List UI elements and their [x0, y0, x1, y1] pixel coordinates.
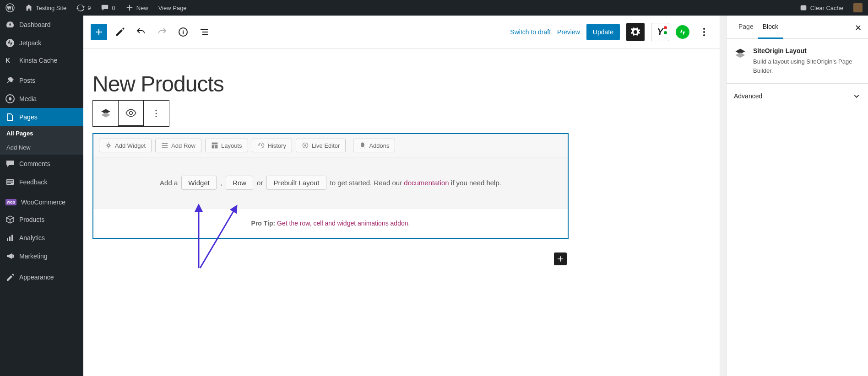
wp-logo[interactable] [4, 3, 16, 12]
outline-button[interactable] [196, 24, 212, 40]
page-builder-panel: Add Widget Add Row Layouts [92, 133, 569, 239]
plus-icon [93, 27, 104, 38]
jetpack-icon [678, 28, 687, 36]
add-widget-button[interactable]: Add Widget [99, 139, 152, 152]
comments-count: 0 [112, 5, 115, 11]
tab-block[interactable]: Block [758, 16, 783, 39]
update-button[interactable]: Update [586, 24, 620, 40]
page-title[interactable]: New Products [92, 71, 569, 97]
menu-media[interactable]: Media [0, 90, 83, 108]
settings-sidebar: Page Block ✕ SiteOrigin Layout Build a l… [726, 16, 868, 376]
submenu-all-pages[interactable]: All Pages [0, 126, 83, 140]
switch-draft-button[interactable]: Switch to draft [510, 28, 551, 36]
menu-comments[interactable]: Comments [0, 155, 83, 173]
new-content-link[interactable]: New [124, 4, 150, 12]
jetpack-button[interactable] [676, 25, 689, 39]
edit-mode-button[interactable] [112, 24, 128, 40]
menu-analytics[interactable]: Analytics [0, 229, 83, 247]
addons-button[interactable]: Addons [353, 139, 395, 152]
settings-tabs: Page Block ✕ [727, 16, 868, 39]
preview-mode-button[interactable] [118, 100, 144, 126]
scrollbar[interactable] [720, 16, 726, 376]
admin-bar: Testing Site 9 0 New View Page Clear Cac… [0, 0, 868, 16]
preview-button[interactable]: Preview [557, 28, 580, 36]
history-icon [258, 142, 265, 149]
tab-page[interactable]: Page [734, 16, 758, 38]
menu-products[interactable]: Products [0, 210, 83, 229]
avatar [853, 3, 863, 12]
history-button[interactable]: History [252, 139, 292, 152]
refresh-icon [76, 4, 85, 12]
menu-feedback[interactable]: Feedback [0, 173, 83, 191]
svg-rect-5 [7, 238, 8, 241]
dashboard-icon [5, 20, 15, 29]
svg-rect-22 [215, 145, 218, 148]
page-builder-toolbar: Add Widget Add Row Layouts [93, 134, 568, 157]
new-label: New [136, 5, 148, 11]
info-icon [178, 27, 189, 38]
view-page-link[interactable]: View Page [157, 5, 189, 11]
yoast-button[interactable]: Y [651, 23, 669, 41]
svg-point-15 [156, 116, 157, 117]
layouts-button[interactable]: Layouts [205, 139, 248, 152]
add-block-inline-button[interactable] [554, 252, 567, 265]
menu-jetpack[interactable]: Jetpack [0, 34, 83, 52]
eye-icon [125, 107, 137, 119]
documentation-link[interactable]: documentation [404, 179, 449, 187]
user-menu[interactable] [852, 3, 864, 12]
menu-dashboard[interactable]: Dashboard [0, 16, 83, 34]
pro-tip-link[interactable]: Get the row, cell and widget animations … [277, 220, 410, 227]
jetpack-icon [5, 38, 15, 48]
admin-menu: Dashboard Jetpack K Kinsta Cache Posts M… [0, 16, 83, 376]
clear-cache-link[interactable]: Clear Cache [797, 4, 845, 12]
add-block-button[interactable] [91, 24, 107, 40]
more-menu-button[interactable] [696, 24, 712, 40]
close-settings-button[interactable]: ✕ [855, 23, 862, 33]
editor-header: Switch to draft Preview Update Y [83, 16, 720, 48]
svg-point-16 [108, 145, 110, 147]
comments-link[interactable]: 0 [99, 4, 117, 12]
add-row-button[interactable]: Add Row [155, 139, 201, 152]
admin-bar-right: Clear Cache [797, 3, 864, 12]
submenu-add-new[interactable]: Add New [0, 140, 83, 155]
menu-posts[interactable]: Posts [0, 71, 83, 90]
updates-count: 9 [87, 5, 91, 11]
block-type-button[interactable] [93, 101, 119, 126]
kinsta-icon: K [5, 57, 15, 64]
site-name: Testing Site [36, 5, 66, 11]
gear-icon [630, 27, 641, 38]
advanced-accordion[interactable]: Advanced [727, 84, 868, 108]
editor: Switch to draft Preview Update Y [83, 16, 868, 376]
menu-pages[interactable]: Pages [0, 108, 83, 126]
info-button[interactable] [175, 24, 191, 40]
menu-kinsta[interactable]: K Kinsta Cache [0, 52, 83, 69]
yoast-icon: Y [657, 27, 663, 37]
pencil-icon [114, 27, 125, 38]
chevron-down-icon [852, 92, 861, 100]
menu-appearance[interactable]: Appearance [0, 268, 83, 286]
undo-button[interactable] [133, 24, 149, 40]
block-more-button[interactable] [143, 101, 169, 126]
target-icon [302, 142, 309, 149]
plus-icon [125, 4, 134, 12]
live-editor-button[interactable]: Live Editor [296, 139, 346, 152]
home-icon [25, 4, 33, 12]
menu-marketing[interactable]: Marketing [0, 247, 83, 265]
redo-button[interactable] [154, 24, 170, 40]
settings-toggle[interactable] [626, 23, 645, 41]
editor-canvas: New Products [83, 48, 720, 376]
block-info-section: SiteOrigin Layout Build a layout using S… [727, 39, 868, 84]
products-icon [5, 215, 15, 224]
welcome-widget-button[interactable]: Widget [181, 176, 217, 190]
welcome-row-button[interactable]: Row [226, 176, 253, 190]
pages-icon [5, 113, 15, 122]
welcome-prebuilt-button[interactable]: Prebuilt Layout [266, 176, 326, 190]
comment-icon [101, 4, 109, 12]
updates-link[interactable]: 9 [75, 4, 92, 12]
svg-point-10 [703, 31, 705, 33]
page-builder-welcome: Add a Widget , Row or Prebuilt Layout to… [93, 157, 568, 209]
svg-point-24 [304, 145, 306, 146]
svg-rect-1 [800, 5, 806, 11]
site-name-link[interactable]: Testing Site [23, 4, 68, 12]
menu-woocommerce[interactable]: woo WooCommerce [0, 194, 83, 210]
